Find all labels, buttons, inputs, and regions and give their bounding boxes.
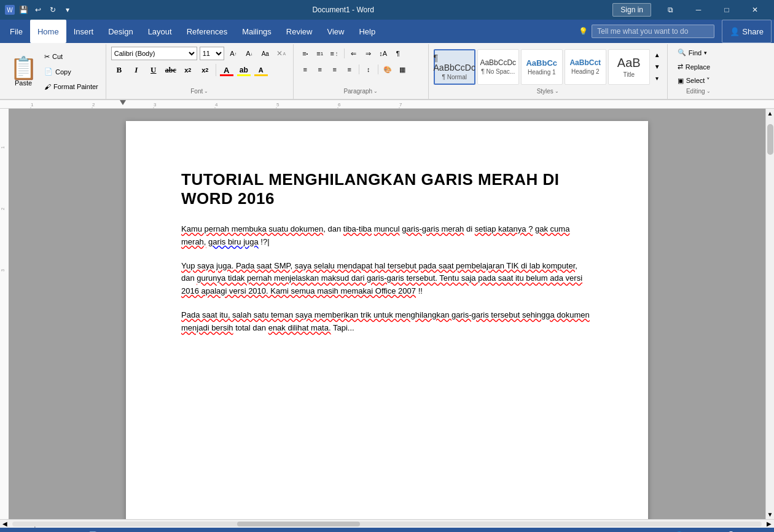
minimize-button[interactable]: ─ [684,0,713,20]
menu-references[interactable]: References [179,20,235,43]
style-heading2[interactable]: AaBbCct Heading 2 [565,49,606,85]
scroll-right-button[interactable]: ▶ [764,519,774,528]
sort-button[interactable]: ↕A [377,47,390,60]
editing-expand-icon[interactable]: ⌄ [706,88,711,94]
underline-button[interactable]: U [146,63,162,77]
font-top: Calibri (Body) 11 A↑ A↓ Aa ✕A B I U abc … [111,47,288,87]
ruler-svg: 1 2 3 4 5 6 7 [0,100,749,109]
menu-file[interactable]: File [2,20,30,43]
cut-button[interactable]: ✂ Cut [42,52,101,62]
document-paragraph-3[interactable]: Pada saat itu, salah satu teman saya mem… [181,309,593,335]
title-bar-controls: W 💾 ↩ ↻ ▾ [5,4,74,16]
restore-button[interactable]: ⧉ [656,0,684,20]
menu-help[interactable]: Help [351,20,383,43]
maximize-button[interactable]: □ [713,0,741,20]
menu-mailings[interactable]: Mailings [235,20,279,43]
menu-insert[interactable]: Insert [66,20,101,43]
editing-label: Editing ⌄ [673,87,724,96]
format-painter-button[interactable]: 🖌 Format Painter [42,82,101,92]
style-scroll-more[interactable]: ▾ [652,74,662,84]
document-area: 1 2 3 TUTORIAL MENGHILANGKAN GARIS MERAH… [0,109,774,519]
font-grow-button[interactable]: A↑ [227,47,240,60]
align-center-button[interactable]: ≡ [313,63,327,76]
scroll-up-button[interactable]: ▲ [766,109,774,118]
styles-expand-icon[interactable]: ⌄ [555,88,559,94]
text-span: muncul [374,224,400,233]
font-shrink-button[interactable]: A↓ [243,47,256,60]
font-size-select[interactable]: 11 [200,47,224,60]
shading-button[interactable]: A [253,63,269,77]
style-heading2-label: Heading 2 [571,68,600,75]
scroll-down-button[interactable]: ▼ [766,510,774,519]
undo-button[interactable]: ↩ [32,4,44,16]
menu-layout[interactable]: Layout [141,20,179,43]
paragraph-expand-icon[interactable]: ⌄ [373,88,378,94]
style-scroll-up[interactable]: ▲ [652,50,662,60]
h-scroll-track[interactable] [12,522,762,526]
close-button[interactable]: ✕ [741,0,769,20]
document-page: TUTORIAL MENGHILANGKAN GARIS MERAH DI WO… [126,121,648,519]
increase-indent-button[interactable]: ⇒ [362,47,375,60]
font-group: Calibri (Body) 11 A↑ A↓ Aa ✕A B I U abc … [106,44,294,99]
font-family-select[interactable]: Calibri (Body) [111,47,197,60]
italic-button[interactable]: I [128,63,144,77]
menu-home[interactable]: Home [30,20,66,43]
style-heading1[interactable]: AaBbCc Heading 1 [521,49,563,85]
document-paragraph-2[interactable]: Yup saya juga. Pada saat SMP, saya selal… [181,260,593,298]
align-right-button[interactable]: ≡ [328,63,342,76]
border-button[interactable]: ▦ [396,63,409,76]
svg-text:6: 6 [338,102,341,108]
highlight-button[interactable]: ab [236,63,252,77]
paste-button[interactable]: 📋 Paste [7,55,39,89]
bullet-list-button[interactable]: ≡• [299,47,312,60]
menu-review[interactable]: Review [279,20,320,43]
numbered-list-button[interactable]: ≡1 [313,47,327,60]
menu-design[interactable]: Design [101,20,140,43]
superscript-button[interactable]: x2 [197,63,213,77]
find-button[interactable]: 🔍 Find ▾ [673,47,712,58]
text-span: enak dilihat mata. [268,323,331,332]
h-scroll-thumb[interactable] [237,522,360,526]
change-case-button[interactable]: Aa [259,47,272,60]
scroll-track[interactable] [767,118,773,510]
align-left-button[interactable]: ≡ [299,63,312,76]
svg-text:3: 3 [154,102,157,108]
text-color-button[interactable]: A [219,63,235,77]
paragraph-label: Paragraph ⌄ [299,87,423,96]
style-scroll-down[interactable]: ▼ [652,62,662,72]
strikethrough-button[interactable]: abc [163,63,179,77]
page-scroll-area[interactable]: TUTORIAL MENGHILANGKAN GARIS MERAH DI WO… [9,109,765,519]
paragraph-top: ≡• ≡1 ≡⋮ ⇐ ⇒ ↕A ¶ ≡ ≡ ≡ ≡ ↕ � [299,47,423,87]
scroll-thumb[interactable] [767,124,773,155]
document-paragraph-1[interactable]: Kamu pernah membuka suatu dokumen, dan t… [181,223,593,249]
menu-view[interactable]: View [319,20,351,43]
save-button[interactable]: 💾 [17,4,29,16]
tell-me-area: 💡 [571,20,722,43]
replace-button[interactable]: ⇄ Replace [673,61,715,72]
quick-access-more[interactable]: ▾ [61,4,74,16]
vertical-scrollbar[interactable]: ▲ ▼ [765,109,774,519]
copy-button[interactable]: 📄 Copy [42,66,101,77]
style-nospace[interactable]: AaBbCcDc ¶ No Spac... [477,49,519,85]
justify-button[interactable]: ≡ [343,63,356,76]
vertical-ruler-svg: 1 2 3 [0,109,9,519]
svg-text:7: 7 [399,102,402,108]
decrease-indent-button[interactable]: ⇐ [347,47,361,60]
sign-in-button[interactable]: Sign in [612,3,651,17]
bold-button[interactable]: B [111,63,127,77]
styles-label: Styles ⌄ [434,87,662,96]
select-button[interactable]: ▣ Select ˅ [673,75,716,87]
share-button[interactable]: 👤 Share [722,20,772,43]
shading-para-button[interactable]: 🎨 [381,63,394,76]
style-title[interactable]: AaB Title [608,49,650,85]
redo-button[interactable]: ↻ [47,4,59,16]
show-formatting-button[interactable]: ¶ [391,47,405,60]
subscript-button[interactable]: x2 [180,63,196,77]
tell-me-input[interactable] [592,25,714,38]
style-normal[interactable]: ¶ AaBbCcDc ¶ Normal [434,49,475,85]
multilevel-list-button[interactable]: ≡⋮ [328,47,342,60]
font-expand-icon[interactable]: ⌄ [204,88,208,94]
line-spacing-button[interactable]: ↕ [362,63,375,76]
style-heading1-label: Heading 1 [528,69,556,76]
clear-format-button[interactable]: ✕A [275,47,288,60]
